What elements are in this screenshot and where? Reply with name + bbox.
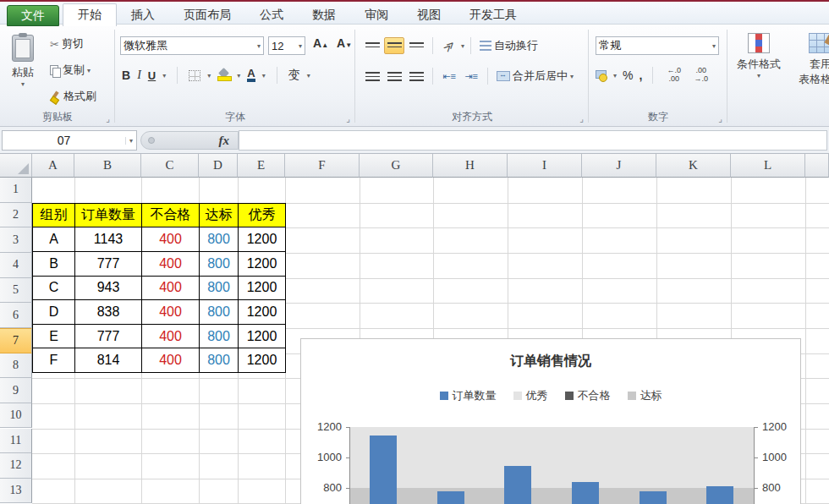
row-header-7[interactable]: 7	[0, 328, 32, 353]
table-cell[interactable]: 400	[142, 348, 200, 373]
shrink-font-button[interactable]: A▼	[337, 36, 352, 50]
row-header-10[interactable]: 10	[0, 403, 32, 429]
column-header-K[interactable]: K	[656, 154, 731, 178]
column-header-partial[interactable]	[805, 154, 829, 178]
dialog-launcher-icon[interactable]: ⌟	[718, 114, 722, 123]
tab-公式[interactable]: 公式	[245, 3, 298, 26]
align-right-button[interactable]	[406, 68, 426, 85]
table-cell[interactable]: 1200	[239, 325, 286, 349]
table-cell[interactable]: D	[33, 300, 75, 325]
font-name-combo[interactable]: 微软雅黑 ▾	[120, 36, 264, 55]
bold-button[interactable]: B	[122, 68, 130, 82]
table-cell[interactable]: 400	[142, 325, 200, 349]
table-cell[interactable]: 800	[200, 325, 239, 349]
chart[interactable]: 订单销售情况 订单数量优秀不合格达标 120012001000100080080…	[300, 338, 801, 504]
row-header-3[interactable]: 3	[0, 227, 32, 253]
table-cell[interactable]: 1200	[239, 277, 286, 301]
table-cell[interactable]: F	[33, 348, 75, 373]
table-header-cell[interactable]: 优秀	[239, 204, 286, 228]
row-header-6[interactable]: 6	[0, 303, 32, 328]
tab-视图[interactable]: 视图	[403, 3, 455, 26]
column-header-L[interactable]: L	[731, 154, 805, 178]
table-cell[interactable]: 400	[142, 227, 200, 252]
underline-button[interactable]: U	[148, 69, 156, 82]
insert-function-button[interactable]: fx	[219, 134, 230, 148]
table-header-cell[interactable]: 组别	[33, 204, 75, 228]
table-cell[interactable]: 777	[75, 325, 142, 349]
align-middle-button[interactable]	[384, 37, 404, 54]
column-header-I[interactable]: I	[508, 154, 582, 178]
bar-E[interactable]	[640, 491, 667, 504]
data-table[interactable]: 组别订单数量不合格达标优秀A11434008001200B77740080012…	[32, 203, 286, 373]
table-cell[interactable]: 1200	[239, 252, 286, 277]
number-format-combo[interactable]: 常规 ▾	[596, 36, 719, 55]
align-left-button[interactable]	[362, 68, 382, 85]
borders-dropdown-icon[interactable]: ▾	[207, 72, 211, 79]
table-cell[interactable]: A	[33, 227, 75, 252]
tab-页面布局[interactable]: 页面布局	[169, 3, 245, 26]
fill-dropdown-icon[interactable]: ▾	[237, 72, 240, 79]
row-header-4[interactable]: 4	[0, 253, 32, 278]
conditional-formatting-button[interactable]: 条件格式 ▾	[729, 33, 788, 79]
column-header-E[interactable]: E	[238, 154, 285, 178]
row-header-1[interactable]: 1	[0, 178, 32, 203]
phonetic-guide-button[interactable]: 变	[288, 68, 300, 83]
table-cell[interactable]: 400	[142, 252, 200, 277]
table-cell[interactable]: 777	[75, 252, 142, 277]
table-cell[interactable]: 1200	[239, 300, 286, 325]
row-header-9[interactable]: 9	[0, 378, 32, 403]
dialog-launcher-icon[interactable]: ⌟	[106, 114, 110, 123]
paste-dropdown-icon[interactable]: ▾	[5, 80, 41, 88]
table-cell[interactable]: 838	[75, 300, 142, 325]
table-cell[interactable]: 1143	[75, 227, 142, 252]
phonetic-dropdown-icon[interactable]: ▾	[307, 72, 310, 79]
increase-indent-button[interactable]: ⇥≡	[461, 68, 481, 85]
row-header-8[interactable]: 8	[0, 353, 32, 379]
underline-dropdown-icon[interactable]: ▾	[162, 72, 166, 79]
borders-button[interactable]	[189, 70, 200, 81]
paste-button[interactable]: 粘贴 ▾	[5, 33, 41, 109]
row-header-2[interactable]: 2	[0, 203, 32, 228]
table-cell[interactable]: 800	[200, 348, 239, 373]
table-cell[interactable]: B	[33, 252, 75, 277]
column-header-G[interactable]: G	[360, 154, 433, 178]
font-size-combo[interactable]: 12 ▾	[268, 36, 305, 55]
formula-input[interactable]	[239, 130, 827, 151]
column-header-H[interactable]: H	[433, 154, 508, 178]
select-all-corner[interactable]	[0, 154, 32, 178]
row-header-11[interactable]: 11	[0, 429, 32, 454]
column-header-C[interactable]: C	[141, 154, 199, 178]
table-cell[interactable]: 800	[200, 300, 239, 325]
legend-item[interactable]: 不合格	[565, 388, 611, 403]
orientation-button[interactable]: ≫	[439, 37, 459, 54]
bar-B[interactable]	[437, 491, 464, 504]
table-cell[interactable]: E	[33, 325, 75, 349]
bar-A[interactable]	[370, 436, 397, 504]
table-cell[interactable]: 400	[142, 300, 200, 325]
font-color-button[interactable]: A	[247, 68, 255, 82]
comma-style-button[interactable]: ,	[639, 68, 642, 82]
tab-开发工具[interactable]: 开发工具	[455, 3, 531, 26]
fill-color-button[interactable]	[217, 69, 230, 81]
grow-font-button[interactable]: A▲	[313, 36, 328, 50]
accounting-dropdown-icon[interactable]: ▾	[613, 72, 617, 79]
align-bottom-button[interactable]	[406, 37, 426, 54]
decrease-indent-button[interactable]: ⇤≡	[439, 68, 459, 85]
column-header-B[interactable]: B	[74, 154, 141, 178]
table-cell[interactable]: 800	[200, 277, 239, 301]
table-cell[interactable]: 1200	[239, 227, 286, 252]
bar-C[interactable]	[504, 466, 531, 504]
cut-button[interactable]: ✂ 剪切	[47, 35, 99, 53]
worksheet[interactable]: ABCDEFGHIJKL 12345678910111213 组别订单数量不合格…	[0, 154, 829, 504]
increase-decimal-button[interactable]: ←.0 .00	[663, 67, 684, 84]
column-header-F[interactable]: F	[285, 154, 360, 178]
tab-审阅[interactable]: 审阅	[350, 3, 403, 26]
legend-item[interactable]: 达标	[628, 388, 662, 403]
tab-插入[interactable]: 插入	[117, 3, 169, 26]
dialog-launcher-icon[interactable]: ⌟	[579, 114, 584, 123]
legend-item[interactable]: 优秀	[513, 388, 548, 403]
accounting-format-button[interactable]	[596, 70, 607, 80]
merge-center-button[interactable]: 合并后居中 ▾	[494, 67, 576, 85]
column-header-A[interactable]: A	[32, 154, 74, 178]
tab-数据[interactable]: 数据	[298, 3, 350, 26]
